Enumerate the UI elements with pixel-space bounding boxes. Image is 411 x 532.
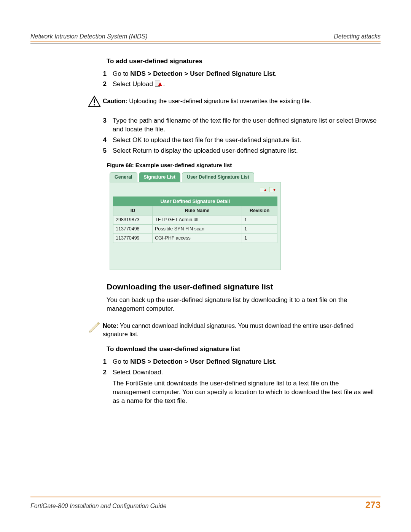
download-icon[interactable]: ▾ (269, 187, 275, 192)
running-head-left: Network Intrusion Detection System (NIDS… (30, 32, 148, 41)
page-number: 273 (365, 499, 381, 511)
upload-icon[interactable]: ▴ (260, 187, 266, 192)
step-text: Select Download. The FortiGate unit down… (113, 368, 377, 411)
step-number: 2 (91, 368, 113, 411)
section-heading-download: Downloading the user-defined signature l… (107, 281, 377, 292)
step-number: 4 (91, 136, 113, 145)
procedure-title-download: To download the user-defined signature l… (107, 345, 377, 354)
caution-text: Caution: Uploading the user-defined sign… (103, 96, 377, 105)
tab-signature-list[interactable]: Signature List (139, 172, 180, 182)
note-text: Note: You cannot download individual sig… (103, 320, 377, 338)
tab-user-defined-signature-list[interactable]: User Defined Signature List (182, 172, 254, 182)
figure-caption: Figure 68: Example user-defined signatur… (107, 161, 377, 169)
table-row: 298319873 TFTP GET Admin.dll 1 (113, 216, 277, 225)
screenshot-embed: General Signature List User Defined Sign… (110, 172, 281, 270)
header-rule-grey (30, 43, 381, 44)
step-number: 5 (91, 147, 113, 155)
step-text: Go to NIDS > Detection > User Defined Si… (113, 358, 377, 366)
step-number: 1 (91, 70, 113, 78)
step-text: Type the path and filename of the text f… (113, 117, 377, 134)
col-revision: Revision (242, 206, 277, 216)
footer-title: FortiGate-800 Installation and Configura… (30, 502, 167, 510)
body-paragraph: You can back up the user-defined signatu… (107, 296, 377, 313)
step-text: Select Return to display the uploaded us… (113, 147, 377, 155)
table-row: 113770498 Possible SYN FIN scan 1 (113, 225, 277, 234)
footer-rule-orange (30, 497, 381, 497)
svg-point-2 (94, 104, 95, 105)
step-number: 3 (91, 117, 113, 134)
col-rule-name: Rule Name (153, 206, 242, 216)
procedure-title-add: To add user-defined signatures (107, 57, 377, 66)
header-rule-orange (30, 42, 381, 42)
step-number: 2 (91, 80, 113, 89)
step-number: 1 (91, 358, 113, 366)
step-text: Select Upload ▲. (113, 80, 377, 89)
caution-icon (86, 96, 103, 110)
note-icon (86, 320, 103, 336)
step-text: Select OK to upload the text file for th… (113, 136, 377, 145)
signature-table: ID Rule Name Revision 298319873 TFTP GET… (113, 206, 277, 243)
running-head-right: Detecting attacks (334, 32, 381, 41)
tab-general[interactable]: General (110, 172, 137, 182)
step-text: Go to NIDS > Detection > User Defined Si… (113, 70, 377, 78)
upload-icon: ▲ (155, 80, 163, 88)
col-id: ID (113, 206, 153, 216)
table-row: 113770499 CGI-PHF access 1 (113, 234, 277, 243)
table-title: User Defined Signature Detail (113, 197, 277, 206)
